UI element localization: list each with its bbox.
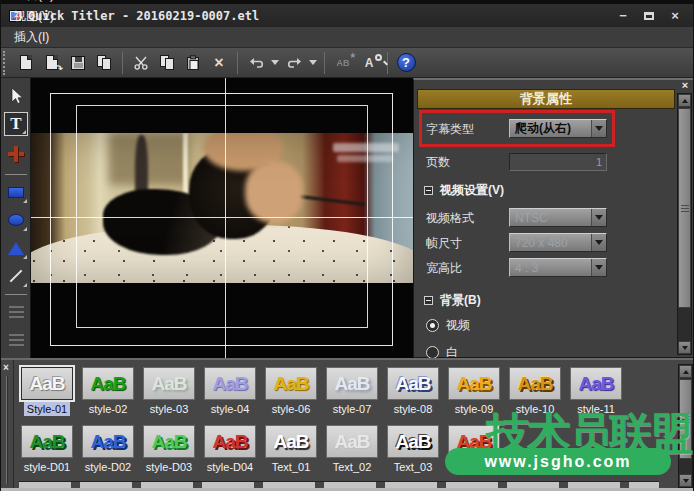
thumb-grip-icon	[682, 416, 690, 423]
undo-button[interactable]	[243, 51, 269, 75]
save-button[interactable]	[65, 51, 91, 75]
bg-video-radio[interactable]: 视频	[426, 317, 470, 334]
style-cell[interactable]: AaB style-07	[324, 367, 380, 416]
app-window: Quick Titler - 20160219-0007.etl − × 文件(…	[0, 0, 694, 491]
style-cell[interactable]: AaB style-03	[141, 367, 197, 416]
aspect-ratio-dropdown[interactable]: 4 : 3	[509, 258, 607, 277]
toolbar-separator	[122, 52, 123, 74]
help-button[interactable]: ?	[393, 51, 419, 75]
style-cell[interactable]: AaB Style-01	[19, 367, 75, 416]
aspect-ratio-label: 宽高比	[426, 260, 462, 277]
title-safe-cross-tool[interactable]	[4, 142, 28, 166]
style-cell[interactable]: AaB style-06	[263, 367, 319, 416]
distribute-tool[interactable]	[4, 328, 28, 352]
chevron-down-icon	[271, 60, 279, 65]
redo-dropdown[interactable]	[307, 51, 319, 75]
style-sample-text: AaB	[29, 373, 64, 395]
panel-scrollbar[interactable]	[677, 93, 692, 355]
toolbar-gripper[interactable]	[3, 51, 9, 75]
save-as-button[interactable]	[91, 51, 117, 75]
ellipse-tool[interactable]	[4, 208, 28, 232]
style-thumbnail: AaB	[448, 367, 500, 400]
style-library-button[interactable]: AB★	[330, 51, 356, 75]
style-cell[interactable]: AaB style-02	[80, 367, 136, 416]
delete-button[interactable]: ×	[206, 51, 232, 75]
style-label: style-07	[330, 402, 375, 416]
new-document-button[interactable]	[13, 51, 39, 75]
style-cell[interactable]: AaB Text_04	[446, 425, 502, 474]
dropdown-arrow-button[interactable]	[591, 209, 606, 226]
style-cell[interactable]: AaB style-04	[202, 367, 258, 416]
cut-button[interactable]	[128, 51, 154, 75]
style-cell[interactable]: AaB style-09	[446, 367, 502, 416]
minimize-button[interactable]: −	[615, 9, 631, 23]
style-sample-text: AaB	[273, 373, 308, 395]
toolbar-separator	[324, 52, 325, 74]
style-cell[interactable]: AaB style-D04	[202, 425, 258, 474]
rectangle-icon	[8, 187, 24, 198]
panel-close-button[interactable]: ×	[679, 79, 691, 91]
page-count-input[interactable]: 1	[509, 153, 607, 171]
text-tool[interactable]: T	[4, 112, 28, 136]
style-cell[interactable]: AaB Text_02	[324, 425, 380, 474]
close-button[interactable]: ×	[667, 9, 683, 23]
align-icon	[9, 306, 24, 318]
select-tool[interactable]	[4, 84, 28, 108]
frame-size-dropdown[interactable]: 720 x 480	[509, 233, 607, 252]
undo-dropdown[interactable]	[269, 51, 281, 75]
panel-title: 背景属性	[417, 89, 675, 109]
style-thumbnail: AaB	[326, 367, 378, 400]
paste-button[interactable]	[180, 51, 206, 75]
redo-button[interactable]	[281, 51, 307, 75]
style-label: Text_03	[391, 460, 436, 474]
preview-zoom-button[interactable]: A	[356, 51, 382, 75]
rectangle-tool[interactable]	[4, 180, 28, 204]
style-thumbnail: AaB	[387, 367, 439, 400]
red-cross-icon	[8, 146, 24, 162]
maximize-button[interactable]	[641, 9, 657, 23]
menu-item[interactable]: 视图(V)	[1, 6, 68, 27]
style-cell[interactable]: AaB style-D03	[141, 425, 197, 474]
arrow-down-icon	[683, 479, 689, 483]
style-cell[interactable]: AaB style-11	[568, 367, 624, 416]
video-settings-section[interactable]: 视频设置(V)	[424, 182, 504, 199]
preview-zoom-icon: A	[365, 56, 374, 70]
style-cell[interactable]: AaB style-D02	[80, 425, 136, 474]
style-cell[interactable]: AaB style-D01	[19, 425, 75, 474]
scrollbar-thumb[interactable]	[678, 108, 691, 308]
collapse-icon[interactable]	[424, 186, 433, 195]
open-button[interactable]: ↷	[39, 51, 65, 75]
style-sample-text: AaB	[334, 431, 369, 453]
flyout-corner-icon	[22, 130, 26, 134]
video-format-dropdown[interactable]: NTSC	[509, 208, 607, 227]
distribute-icon	[9, 334, 24, 346]
triangle-tool[interactable]	[4, 236, 28, 260]
align-tool[interactable]	[4, 300, 28, 324]
title-bar[interactable]: Quick Titler - 20160219-0007.etl − ×	[1, 4, 694, 27]
scroll-up-button[interactable]	[678, 94, 691, 107]
dropdown-arrow-button[interactable]	[591, 259, 606, 276]
palette-close-button[interactable]: ×	[3, 362, 9, 373]
style-cell[interactable]: AaB style-08	[385, 367, 441, 416]
background-section[interactable]: 背景(B)	[424, 292, 481, 309]
palette-scrollbar[interactable]	[678, 364, 693, 488]
copy-button[interactable]	[154, 51, 180, 75]
palette-gripper[interactable]	[6, 376, 8, 484]
scroll-down-button[interactable]	[678, 341, 691, 354]
title-canvas[interactable]	[31, 78, 413, 358]
style-cell[interactable]: AaB Text_03	[385, 425, 441, 474]
style-sample-text: AaB	[90, 373, 125, 395]
style-cell[interactable]: AaB Text_01	[263, 425, 319, 474]
line-tool[interactable]	[4, 264, 28, 288]
tool-separator	[5, 294, 27, 295]
scroll-down-button[interactable]	[679, 474, 692, 487]
dropdown-arrow-button[interactable]	[591, 234, 606, 251]
style-label: style-09	[452, 402, 497, 416]
collapse-icon[interactable]	[424, 296, 433, 305]
menu-item[interactable]: 插入(I)	[1, 27, 68, 48]
scrollbar-thumb[interactable]	[679, 379, 692, 459]
scroll-up-button[interactable]	[679, 365, 692, 378]
style-cell[interactable]: AaB style-10	[507, 367, 563, 416]
style-label: style-04	[208, 402, 253, 416]
style-sample-text: AaB	[29, 431, 64, 453]
